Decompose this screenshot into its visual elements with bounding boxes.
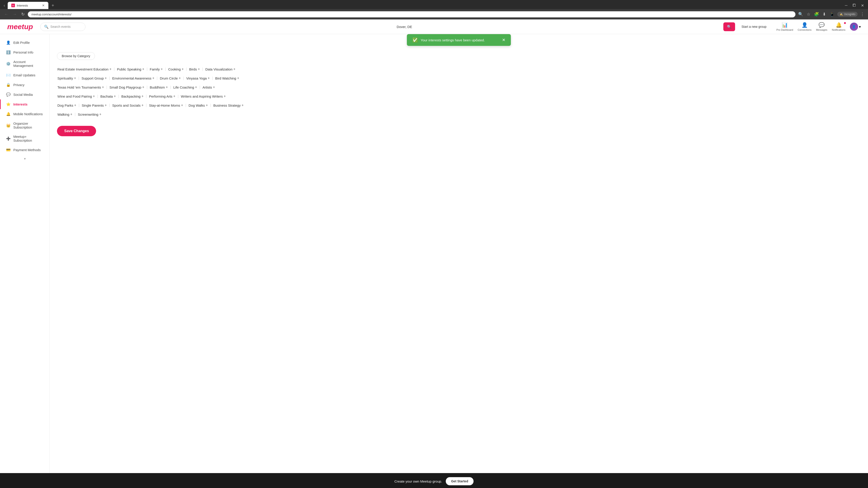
interest-tag-business-strategy[interactable]: Business Strategy + (213, 102, 244, 108)
sidebar-item-email-updates[interactable]: ✉️ Email Updates (0, 70, 50, 80)
tab-close-button[interactable]: ✕ (42, 4, 45, 7)
interest-tag-life-coaching[interactable]: Life Coaching + (173, 84, 197, 90)
plus-icon: + (213, 85, 215, 89)
start-group-button[interactable]: Start a new group (739, 23, 769, 30)
interest-label: Environmental Awareness (112, 76, 151, 80)
reload-button[interactable]: ↻ (20, 11, 26, 18)
sidebar-label-organizer-subscription: Organizer Subscription (13, 122, 44, 129)
pro-dashboard-link[interactable]: 📊 Pro Dashboard (776, 22, 793, 31)
interest-label: Sports and Socials (112, 103, 141, 107)
separator: | (146, 103, 147, 107)
interest-tag-real-estate[interactable]: Real Estate Investment Education + (57, 66, 112, 72)
interest-tag-data-visualization[interactable]: Data Visualization + (205, 66, 236, 72)
interest-tag-drum-circle[interactable]: Drum Circle + (159, 75, 181, 81)
interest-tag-buddhism[interactable]: Buddhism + (149, 84, 168, 90)
separator: | (202, 67, 203, 71)
search-bar[interactable]: 🔍 Search events (40, 23, 86, 31)
messages-link[interactable]: 💬 Messages (816, 22, 827, 31)
sidebar: 👤 Edit Profile ℹ️ Personal Info ⚙️ Accou… (0, 34, 50, 473)
sidebar-item-organizer-subscription[interactable]: 👑 Organizer Subscription (0, 119, 50, 132)
pro-dashboard-label: Pro Dashboard (776, 29, 793, 31)
notification-dot (844, 22, 846, 24)
interest-tag-family[interactable]: Family + (149, 66, 163, 72)
interest-tag-bachata[interactable]: Bachata + (100, 93, 116, 99)
interest-tag-walking[interactable]: Walking + (57, 111, 73, 117)
interest-tag-writers[interactable]: Writers and Aspiring Writers + (180, 93, 226, 99)
logo[interactable]: meetup (7, 23, 33, 31)
interest-tag-dog-walks[interactable]: Dog Walks + (188, 102, 208, 108)
extensions-button[interactable]: 🧩 (813, 11, 820, 18)
plus-icon: + (142, 103, 144, 107)
sidebar-item-personal-info[interactable]: ℹ️ Personal Info (0, 47, 50, 57)
sidebar-label-meetup-plus: Meetup+ Subscription (13, 135, 44, 142)
interest-row-5: Dog Parks + | Single Parents + | Sports … (57, 102, 861, 108)
interest-tag-sports-socials[interactable]: Sports and Socials + (112, 102, 144, 108)
back-button[interactable]: ← (3, 11, 9, 18)
interest-tag-small-dog-playgroup[interactable]: Small Dog Playgroup + (109, 84, 145, 90)
plus-icon: + (242, 103, 244, 107)
interest-tag-wine-food[interactable]: Wine and Food Pairing + (57, 93, 95, 99)
browser-actions: 🔍 ☆ 🧩 ⬇ 📱 🕵 Incognito ⋮ (797, 11, 865, 18)
user-avatar-container[interactable]: 👤 ▾ (850, 23, 861, 31)
address-input[interactable] (28, 11, 796, 18)
success-close-button[interactable]: ✕ (502, 37, 505, 42)
interest-tag-texas-holdem[interactable]: Texas Hold 'em Tournaments + (57, 84, 104, 90)
forward-button[interactable]: → (11, 11, 18, 18)
interest-tag-backpacking[interactable]: Backpacking + (121, 93, 144, 99)
interest-tag-stay-at-home-moms[interactable]: Stay-at-Home Moms + (149, 102, 184, 108)
pro-dashboard-icon: 📊 (782, 22, 788, 28)
active-tab[interactable]: m Interests ✕ (8, 2, 49, 9)
interest-tag-support-group[interactable]: Support Group + (81, 75, 107, 81)
interest-label: Birds (189, 67, 197, 71)
interest-tag-artists[interactable]: Artists + (202, 84, 215, 90)
more-button[interactable]: ⋮ (860, 11, 865, 18)
search-browser-button[interactable]: 🔍 (797, 11, 804, 18)
interest-tag-birds[interactable]: Birds + (189, 66, 200, 72)
close-button[interactable]: ✕ (859, 3, 866, 8)
tab-nav-back[interactable]: ‹ (2, 2, 7, 9)
save-changes-button[interactable]: Save Changes (57, 126, 96, 136)
download-button[interactable]: ⬇ (822, 11, 827, 18)
plus-icon: + (161, 67, 163, 71)
separator: | (106, 85, 107, 89)
minimize-button[interactable]: ─ (843, 3, 850, 8)
sidebar-item-payment-methods[interactable]: 💳 Payment Methods (0, 145, 50, 155)
separator: | (97, 94, 98, 98)
sidebar-item-privacy[interactable]: 🔒 Privacy (0, 80, 50, 90)
sidebar-item-mobile-notifications[interactable]: 🔔 Mobile Notifications (0, 109, 50, 119)
sidebar-item-social-media[interactable]: 💬 Social Media (0, 90, 50, 99)
interest-tag-bird-watching[interactable]: Bird Watching + (215, 75, 240, 81)
interest-tag-public-speaking[interactable]: Public Speaking + (116, 66, 145, 72)
sidebar-label-interests: Interests (13, 102, 28, 106)
bookmark-button[interactable]: ☆ (806, 11, 811, 18)
connections-link[interactable]: 👤 Connections (798, 22, 811, 31)
interest-tag-cooking[interactable]: Cooking + (168, 66, 184, 72)
interest-label: Support Group (82, 76, 104, 80)
maximize-button[interactable]: ⧠ (850, 3, 858, 8)
interest-tag-spirituality[interactable]: Spirituality + (57, 75, 76, 81)
interest-tag-single-parents[interactable]: Single Parents + (81, 102, 107, 108)
interest-tag-performing-arts[interactable]: Performing Arts + (149, 93, 176, 99)
sidebar-item-meetup-plus[interactable]: ➕ Meetup+ Subscription (0, 132, 50, 145)
notifications-link[interactable]: 🔔 Notifications (832, 22, 845, 31)
interest-tag-vinyasa-yoga[interactable]: Vinyasa Yoga + (186, 75, 210, 81)
interest-tag-screenwriting[interactable]: Screenwriting + (77, 111, 102, 117)
search-submit-button[interactable]: 🔍 (723, 22, 735, 31)
interest-tag-environmental-awareness[interactable]: Environmental Awareness + (112, 75, 155, 81)
page: meetup 🔍 Search events Dover, DE 🔍 Start… (0, 20, 868, 488)
browse-category-button[interactable]: Browse by Category (57, 52, 95, 60)
get-started-button[interactable]: Get Started (446, 477, 473, 485)
interest-label: Spirituality (57, 76, 73, 80)
sidebar-item-interests[interactable]: ⭐ Interests (0, 99, 50, 109)
sidebar-item-edit-profile[interactable]: 👤 Edit Profile (0, 38, 50, 47)
sidebar-scroll-down[interactable]: ▾ (0, 157, 50, 161)
mobile-notifications-icon: 🔔 (6, 112, 11, 116)
new-tab-button[interactable]: + (49, 2, 57, 9)
device-button[interactable]: 📱 (829, 11, 835, 18)
sidebar-item-account-management[interactable]: ⚙️ Account Management (0, 57, 50, 70)
social-media-icon: 💬 (6, 92, 11, 97)
personal-info-icon: ℹ️ (6, 50, 11, 55)
plus-icon: + (179, 76, 181, 80)
interest-row-1: Real Estate Investment Education + | Pub… (57, 66, 861, 72)
interest-tag-dog-parks[interactable]: Dog Parks + (57, 102, 76, 108)
